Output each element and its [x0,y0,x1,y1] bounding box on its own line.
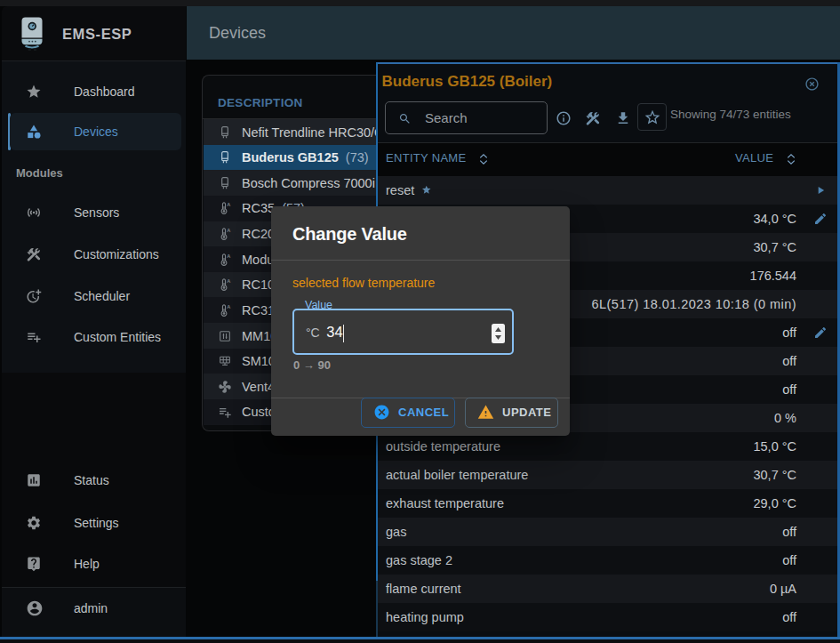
svg-text:A: A [227,203,230,208]
svg-text:A: A [227,228,230,233]
svg-text:A: A [227,304,230,309]
svg-text:A: A [227,253,230,259]
svg-text:A: A [227,279,230,285]
